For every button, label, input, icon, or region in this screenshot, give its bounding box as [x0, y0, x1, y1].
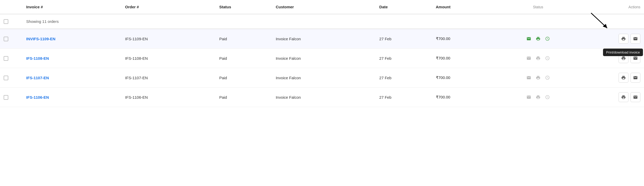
row2-invoice-cell: IFS-1108-EN — [23, 49, 121, 68]
row1-email-button[interactable] — [631, 34, 640, 44]
showing-orders-row: Showing 11 orders — [0, 14, 644, 29]
row3-amount-cell: ₹700.00 — [432, 68, 508, 88]
header-status-secondary: Status — [508, 0, 569, 14]
row1-actions: Print/download invoice — [572, 34, 640, 44]
row4-amount-cell: ₹700.00 — [432, 88, 508, 107]
row2-status-icons-cell — [508, 49, 569, 68]
row1-customer-cell: Invoice Falcon — [272, 29, 376, 49]
header-checkbox-col — [0, 0, 23, 14]
row1-invoice-link[interactable]: INVIFS-1109-EN — [26, 37, 56, 41]
row2-invoice-link[interactable]: IFS-1108-EN — [26, 56, 49, 61]
row2-amount-cell: ₹700.00 — [432, 49, 508, 68]
header-status: Status — [216, 0, 272, 14]
row4-checkbox-cell — [0, 88, 23, 107]
row1-status-icons — [511, 35, 565, 43]
row1-checkbox-cell — [0, 29, 23, 49]
row3-actions — [572, 73, 640, 83]
row1-date-cell: 27 Feb — [376, 29, 432, 49]
row3-print-status-icon[interactable] — [534, 74, 542, 82]
row3-date-cell: 27 Feb — [376, 68, 432, 88]
row4-checkbox[interactable] — [4, 95, 8, 100]
row4-timer-status-icon[interactable] — [544, 93, 551, 101]
table-row: IFS-1106-EN IFS-1106-EN Paid Invoice Fal… — [0, 88, 644, 107]
header-customer: Customer — [272, 0, 376, 14]
row1-print-status-icon[interactable] — [534, 35, 542, 43]
row3-email-button[interactable] — [631, 73, 640, 83]
row2-status-cell: Paid — [216, 49, 272, 68]
row2-print-status-icon[interactable] — [534, 54, 542, 62]
row4-invoice-cell: IFS-1106-EN — [23, 88, 121, 107]
row3-checkbox[interactable] — [4, 76, 8, 80]
row4-email-status-icon[interactable] — [525, 93, 533, 101]
row2-status-icons — [511, 54, 565, 62]
row2-timer-status-icon[interactable] — [544, 54, 551, 62]
row4-date-cell: 27 Feb — [376, 88, 432, 107]
showing-orders-text: Showing 11 orders — [23, 14, 644, 29]
row3-print-button[interactable] — [619, 73, 628, 83]
row2-customer-cell: Invoice Falcon — [272, 49, 376, 68]
header-actions: Actions — [569, 0, 644, 14]
row4-customer-cell: Invoice Falcon — [272, 88, 376, 107]
row4-status-icons-cell — [508, 88, 569, 107]
row4-invoice-link[interactable]: IFS-1106-EN — [26, 95, 49, 99]
row4-status-icons — [511, 93, 565, 101]
invoice-table: Invoice # Order # Status Customer Date A… — [0, 0, 644, 107]
row4-actions — [572, 92, 640, 102]
row3-actions-cell — [569, 68, 644, 88]
row1-actions-cell: Print/download invoice — [569, 29, 644, 49]
row2-date-cell: 27 Feb — [376, 49, 432, 68]
row3-invoice-cell: IFS-1107-EN — [23, 68, 121, 88]
row1-timer-status-icon[interactable] — [544, 35, 551, 43]
row4-order-cell: IFS-1106-EN — [121, 88, 216, 107]
row3-timer-status-icon[interactable] — [544, 74, 551, 82]
row3-status-icons-cell — [508, 68, 569, 88]
row1-checkbox[interactable] — [4, 37, 8, 41]
row2-print-button[interactable] — [619, 53, 628, 63]
row2-checkbox-cell — [0, 49, 23, 68]
row4-print-status-icon[interactable] — [534, 93, 542, 101]
row1-amount-cell: ₹700.00 — [432, 29, 508, 49]
row3-checkbox-cell — [0, 68, 23, 88]
row1-status-cell: Paid — [216, 29, 272, 49]
row4-status-cell: Paid — [216, 88, 272, 107]
table-row: INVIFS-1109-EN IFS-1109-EN Paid Invoice … — [0, 29, 644, 49]
row4-email-button[interactable] — [631, 92, 640, 102]
table-row: IFS-1107-EN IFS-1107-EN Paid Invoice Fal… — [0, 68, 644, 88]
row1-order-cell: IFS-1109-EN — [121, 29, 216, 49]
row3-status-cell: Paid — [216, 68, 272, 88]
row1-invoice-cell: INVIFS-1109-EN — [23, 29, 121, 49]
select-all-checkbox[interactable] — [4, 19, 8, 24]
showing-checkbox-cell — [0, 14, 23, 29]
row1-email-status-icon[interactable] — [525, 35, 533, 43]
table-row: IFS-1108-EN IFS-1108-EN Paid Invoice Fal… — [0, 49, 644, 68]
row4-actions-cell — [569, 88, 644, 107]
header-date: Date — [376, 0, 432, 14]
row2-email-status-icon[interactable] — [525, 54, 533, 62]
row3-customer-cell: Invoice Falcon — [272, 68, 376, 88]
row2-actions — [572, 53, 640, 63]
header-amount: Amount — [432, 0, 508, 14]
row3-invoice-link[interactable]: IFS-1107-EN — [26, 76, 49, 80]
row2-email-button[interactable] — [631, 53, 640, 63]
row2-actions-cell — [569, 49, 644, 68]
row2-checkbox[interactable] — [4, 56, 8, 61]
row3-order-cell: IFS-1107-EN — [121, 68, 216, 88]
header-order: Order # — [121, 0, 216, 14]
header-invoice: Invoice # — [23, 0, 121, 14]
row3-email-status-icon[interactable] — [525, 74, 533, 82]
row3-status-icons — [511, 74, 565, 82]
invoice-table-wrapper: Invoice # Order # Status Customer Date A… — [0, 0, 644, 107]
row1-status-icons-cell — [508, 29, 569, 49]
row4-print-button[interactable] — [619, 92, 628, 102]
row1-print-button[interactable] — [619, 34, 628, 44]
row2-order-cell: IFS-1108-EN — [121, 49, 216, 68]
